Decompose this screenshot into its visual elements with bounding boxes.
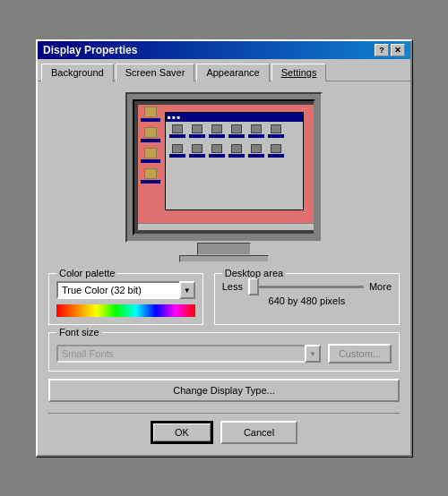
font-size-select[interactable]: Small Fonts [56,345,321,363]
ok-button[interactable]: OK [151,421,213,444]
more-label: More [369,281,392,292]
content-area: ■ ■ ■ [38,81,410,455]
controls-row: Color palette True Color (32 bit) ▼ Desk… [48,273,400,325]
close-button[interactable]: ✕ [391,44,405,56]
color-palette-label: Color palette [56,268,117,278]
title-bar: Display Properties ? ✕ [38,41,410,59]
monitor-stand [197,243,251,255]
tab-screen-saver[interactable]: Screen Saver [116,64,195,81]
dialog-window: Display Properties ? ✕ Background Screen… [36,39,412,457]
resolution-slider[interactable] [248,286,364,288]
less-label: Less [222,281,243,292]
color-palette-group: Color palette True Color (32 bit) ▼ [48,273,203,325]
color-palette-select[interactable]: True Color (32 bit) [56,281,195,299]
desktop-icon-2 [140,127,161,142]
custom-button[interactable]: Custom... [328,344,392,363]
monitor-preview: ■ ■ ■ [48,92,400,262]
font-size-group: Font size Small Fonts ▼ Custom... [48,332,400,372]
monitor-outer: ■ ■ ■ [125,92,323,243]
tab-settings[interactable]: Settings [271,64,327,81]
font-dropdown-arrow[interactable]: ▼ [305,345,321,363]
desktop-icon-4 [140,168,161,184]
tab-background[interactable]: Background [41,64,114,81]
color-bar [56,304,195,317]
help-button[interactable]: ? [375,44,389,56]
cancel-button[interactable]: Cancel [220,421,297,444]
color-palette-select-wrapper: True Color (32 bit) ▼ [56,281,195,299]
desktop-icons [140,107,161,184]
color-palette-dropdown-arrow[interactable]: ▼ [179,281,195,299]
window-title: Display Properties [43,44,137,56]
desktop-area-label: Desktop area [222,268,286,278]
monitor-screen: ■ ■ ■ [138,105,314,230]
font-size-row: Small Fonts ▼ Custom... [56,344,392,363]
desktop-area-group: Desktop area Less More 640 by 480 pixels [214,273,400,325]
tab-bar: Background Screen Saver Appearance Setti… [38,59,410,81]
change-display-type-button[interactable]: Change Display Type... [48,379,400,402]
font-size-label: Font size [56,327,102,338]
tab-appearance[interactable]: Appearance [196,64,269,81]
desktop-icon-3 [140,148,161,163]
monitor-screen-border: ■ ■ ■ [133,99,315,235]
screen-inner-titlebar: ■ ■ ■ [166,113,303,122]
font-select-wrapper: Small Fonts ▼ [56,345,321,363]
screen-taskbar [138,223,314,230]
title-bar-buttons: ? ✕ [375,44,405,56]
screen-window-content [166,122,303,165]
button-row: OK Cancel [48,413,400,444]
screen-inner-window: ■ ■ ■ [165,112,304,210]
slider-row: Less More [222,281,392,292]
desktop-resolution: 640 by 480 pixels [222,295,392,306]
monitor-base [179,255,269,262]
desktop-icon-1 [140,107,161,122]
